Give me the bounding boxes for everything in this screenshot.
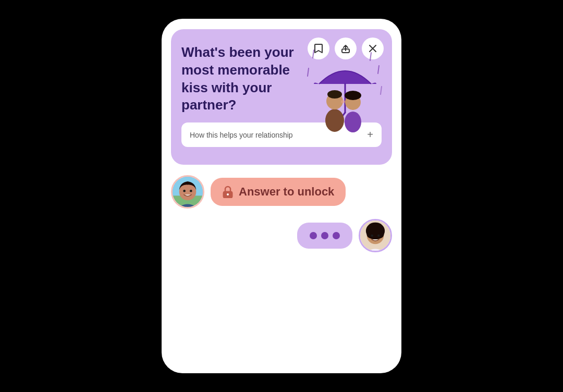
phone-mockup: What's been your most memorable kiss wit… bbox=[162, 19, 401, 373]
svg-line-1 bbox=[313, 50, 314, 58]
svg-line-3 bbox=[378, 66, 379, 74]
unlock-text: Answer to unlock bbox=[239, 185, 334, 199]
svg-point-22 bbox=[227, 193, 229, 195]
svg-point-9 bbox=[327, 90, 342, 99]
question-card: What's been your most memorable kiss wit… bbox=[171, 29, 392, 165]
unlock-message-row: Answer to unlock bbox=[171, 175, 392, 209]
question-text: What's been your most memorable kiss wit… bbox=[181, 44, 301, 114]
lock-icon bbox=[222, 186, 234, 198]
svg-point-7 bbox=[325, 109, 344, 132]
typing-dot-2 bbox=[321, 232, 328, 239]
svg-line-5 bbox=[381, 87, 382, 94]
svg-line-4 bbox=[308, 68, 309, 76]
couple-illustration bbox=[303, 45, 387, 133]
chat-area: Answer to unlock bbox=[162, 165, 401, 373]
svg-point-19 bbox=[183, 190, 186, 192]
svg-point-20 bbox=[190, 190, 192, 192]
svg-point-12 bbox=[345, 91, 361, 100]
typing-dot-3 bbox=[333, 232, 340, 239]
help-text: How this helps your relationship bbox=[190, 131, 293, 139]
man-avatar bbox=[171, 175, 204, 209]
typing-message-row bbox=[171, 219, 392, 252]
svg-point-27 bbox=[367, 230, 384, 239]
svg-line-2 bbox=[370, 53, 371, 60]
woman-avatar bbox=[359, 219, 392, 252]
svg-point-13 bbox=[341, 100, 345, 103]
typing-dot-1 bbox=[310, 232, 317, 239]
typing-bubble bbox=[297, 223, 352, 249]
svg-point-10 bbox=[345, 112, 361, 132]
unlock-bubble[interactable]: Answer to unlock bbox=[211, 178, 346, 206]
svg-point-28 bbox=[371, 235, 373, 237]
svg-point-29 bbox=[377, 235, 380, 237]
